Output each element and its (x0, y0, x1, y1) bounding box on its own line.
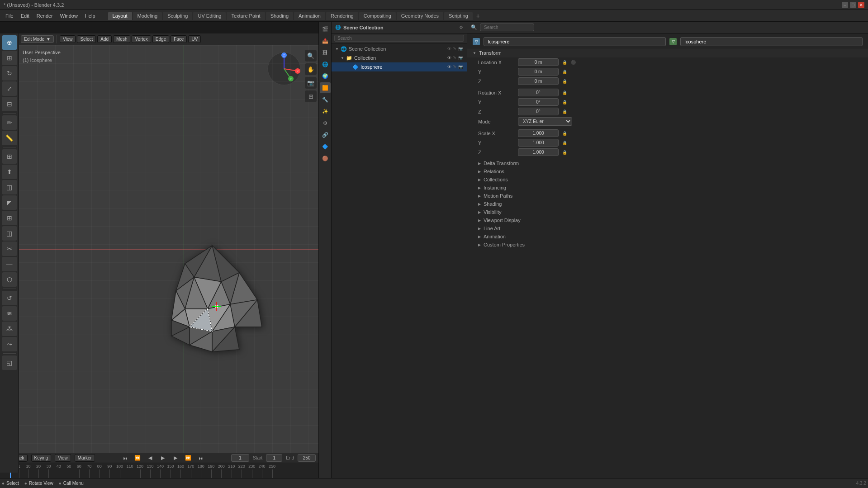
tab-shading[interactable]: Shading (266, 12, 293, 20)
physics-props-icon[interactable]: ⚙ (320, 118, 331, 128)
scale-y-input[interactable]: 1.000 (518, 139, 559, 147)
prev-keyframe-button[interactable]: ⏪ (133, 454, 142, 462)
scale-y-lock[interactable]: 🔒 (562, 141, 567, 145)
icosphere-render-icon[interactable]: 📷 (458, 65, 463, 69)
visibility-section[interactable]: ▶ Visibility (467, 208, 868, 216)
offset-edge-tool[interactable]: ◫ (2, 226, 17, 241)
line-art-section[interactable]: ▶ Line Art (467, 224, 868, 232)
rotation-x-lock[interactable]: 🔒 (562, 90, 567, 95)
location-x-anim[interactable]: ⚫ (571, 60, 576, 65)
slide-relax-tool[interactable]: ⤳ (2, 337, 17, 351)
next-frame-button[interactable]: ▶ (171, 454, 180, 462)
view-menu-tl[interactable]: View (55, 454, 71, 462)
edge-menu[interactable]: Edge (152, 35, 169, 43)
location-y-lock[interactable]: 🔒 (562, 70, 567, 74)
scene-collection-item[interactable]: ▼ 🌐 Scene Collection 👁 🖱 📷 (332, 44, 467, 53)
menu-render[interactable]: Render (33, 12, 57, 19)
rotation-y-input[interactable]: 0° (518, 98, 559, 106)
bisect-tool[interactable]: — (2, 257, 17, 271)
tab-compositing[interactable]: Compositing (359, 12, 396, 20)
annotate-tool[interactable]: ✏ (2, 115, 17, 130)
transform-tool[interactable]: ⊟ (2, 97, 17, 111)
transform-section-header[interactable]: ▼ Transform (467, 48, 868, 57)
start-frame-input[interactable]: 1 (266, 454, 282, 462)
scale-z-input[interactable]: 1.000 (518, 148, 559, 156)
viewport-display-section[interactable]: ▶ Viewport Display (467, 216, 868, 224)
maximize-button[interactable]: □ (850, 2, 856, 8)
keying-menu[interactable]: Keying (31, 454, 52, 462)
tab-uv-editing[interactable]: UV Editing (193, 12, 226, 20)
spin-tool[interactable]: ↺ (2, 291, 17, 305)
menu-help[interactable]: Help (81, 12, 99, 19)
rotation-y-lock[interactable]: 🔒 (562, 100, 567, 104)
poly-build-tool[interactable]: ⬡ (2, 272, 17, 287)
view-menu[interactable]: View (60, 35, 76, 43)
rotation-z-lock[interactable]: 🔒 (562, 109, 567, 114)
inset-tool[interactable]: ◫ (2, 180, 17, 194)
tab-rendering[interactable]: Rendering (326, 12, 358, 20)
hand-icon[interactable]: ✋ (305, 63, 317, 75)
outliner-filter-icon[interactable]: ⚙ (459, 25, 463, 30)
tab-layout[interactable]: Layout (108, 12, 132, 20)
grid-icon[interactable]: ⊞ (305, 90, 317, 102)
delta-transform-section[interactable]: ▶ Delta Transform (467, 159, 868, 167)
bevel-tool[interactable]: ◤ (2, 195, 17, 210)
scene-props-icon[interactable]: 🌐 (320, 59, 331, 70)
add-menu[interactable]: Add (97, 35, 112, 43)
cursor-tool[interactable]: ⊕ (2, 35, 17, 50)
tab-animation[interactable]: Animation (294, 12, 325, 20)
menu-edit[interactable]: Edit (17, 12, 33, 19)
scale-x-lock[interactable]: 🔒 (562, 131, 567, 136)
location-x-input[interactable]: 0 m (518, 58, 559, 66)
view-layer-props-icon[interactable]: 🖼 (320, 47, 331, 58)
collections-section[interactable]: ▶ Collections (467, 175, 868, 184)
rotation-mode-select[interactable]: XYZ Euler XZY Euler YXZ Euler Quaternion (518, 117, 572, 126)
shading-section[interactable]: ▶ Shading (467, 200, 868, 208)
prev-frame-button[interactable]: ◀ (146, 454, 155, 462)
icosphere-item[interactable]: ▶ 🔷 Icosphere 👁 🖱 📷 (332, 62, 467, 71)
shear-tool[interactable]: ◱ (2, 355, 17, 370)
add-workspace-button[interactable]: + (474, 11, 483, 20)
collection-visibility-icon[interactable]: 👁 (447, 56, 451, 60)
marker-menu[interactable]: Marker (75, 454, 95, 462)
minimize-button[interactable]: – (842, 2, 848, 8)
mode-dropdown[interactable]: Edit Mode ▼ (21, 35, 54, 43)
constraints-props-icon[interactable]: 🔗 (320, 129, 331, 140)
tab-sculpting[interactable]: Sculpting (163, 12, 192, 20)
add-tool[interactable]: ⊞ (2, 149, 17, 164)
smooth-tool[interactable]: ≋ (2, 306, 17, 321)
jump-start-button[interactable]: ⏮ (120, 454, 129, 462)
camera-icon[interactable]: 📷 (305, 77, 317, 89)
icosphere-select-icon[interactable]: 🖱 (453, 65, 457, 69)
scale-z-lock[interactable]: 🔒 (562, 150, 567, 155)
particles-props-icon[interactable]: ✨ (320, 106, 331, 117)
viewport-3d[interactable]: User Perspective (1) Icosphere Z X Y 🔍 ✋… (19, 45, 318, 453)
collection-select-icon[interactable]: 🖱 (453, 56, 457, 60)
animation-section[interactable]: ▶ Animation (467, 232, 868, 241)
move-tool[interactable]: ⊞ (2, 51, 17, 65)
tab-modeling[interactable]: Modeling (133, 12, 162, 20)
object-data-props-icon[interactable]: 🔷 (320, 141, 331, 152)
location-x-lock[interactable]: 🔒 (562, 60, 567, 65)
location-y-input[interactable]: 0 m (518, 68, 559, 76)
end-frame-input[interactable]: 250 (298, 454, 316, 462)
object-props-icon[interactable]: 🟧 (320, 82, 331, 93)
mesh-menu[interactable]: Mesh (113, 35, 130, 43)
face-menu[interactable]: Face (171, 35, 187, 43)
knife-tool[interactable]: ✂ (2, 242, 17, 256)
custom-properties-section[interactable]: ▶ Custom Properties (467, 241, 868, 249)
scale-tool[interactable]: ⤢ (2, 81, 17, 96)
scene-render-icon[interactable]: 📷 (458, 47, 463, 51)
object-name-input[interactable] (484, 37, 666, 46)
scene-select-icon[interactable]: 🖱 (453, 47, 457, 51)
close-button[interactable]: ✕ (858, 2, 864, 8)
collection-item[interactable]: ▼ 📁 Collection 👁 🖱 📷 (332, 53, 467, 62)
object-data-name-input[interactable] (680, 37, 863, 46)
uv-menu[interactable]: UV (188, 35, 201, 43)
zoom-icon[interactable]: 🔍 (305, 50, 317, 62)
next-keyframe-button[interactable]: ⏩ (184, 454, 193, 462)
current-frame-input[interactable]: 1 (231, 454, 249, 462)
relations-section[interactable]: ▶ Relations (467, 167, 868, 175)
rotation-x-input[interactable]: 0° (518, 89, 559, 96)
location-z-input[interactable]: 0 m (518, 77, 559, 85)
